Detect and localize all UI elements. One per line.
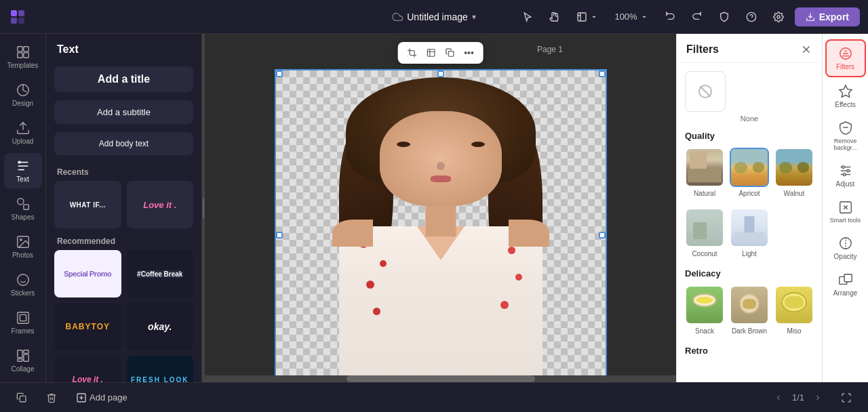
rec-freshlook-card[interactable]: FRESH LOOK — [127, 356, 194, 382]
duplicate-tool-btn[interactable] — [441, 45, 458, 60]
app-logo[interactable] — [8, 7, 27, 26]
prev-page-btn[interactable] — [769, 391, 788, 405]
sidebar-item-stickers[interactable]: Stickers — [4, 267, 42, 302]
rt-arrange[interactable]: Arrange — [825, 267, 866, 302]
photos-label: Photos — [12, 251, 33, 259]
svg-rect-30 — [448, 52, 454, 57]
recent-whatif-card[interactable]: WHAT IF... — [54, 181, 121, 228]
resize-handle-tl[interactable] — [276, 70, 283, 77]
rt-adjust[interactable]: Adjust — [825, 158, 866, 193]
filter-natural-thumb — [685, 148, 724, 187]
resize-handle-tc[interactable] — [437, 70, 444, 77]
redo-btn[interactable] — [686, 9, 708, 25]
rt-smart-tools[interactable]: Smart tools — [825, 194, 866, 229]
crop-tool-btn[interactable] — [403, 45, 420, 60]
shield-icon[interactable] — [713, 9, 735, 25]
add-subtitle-button[interactable]: Add a subtitle — [54, 100, 193, 124]
settings-btn[interactable] — [768, 9, 789, 25]
resize-handle-mr[interactable] — [599, 232, 606, 239]
undo-btn[interactable] — [659, 9, 681, 25]
recent-loveit-card[interactable]: Love it . — [127, 181, 194, 228]
delete-page-btn[interactable] — [41, 390, 62, 406]
rec-loveit2-card[interactable]: Love it . — [54, 356, 121, 382]
text-icon — [16, 159, 31, 173]
topbar: Untitled image ▾ 100% — [0, 0, 868, 34]
help-btn[interactable] — [741, 9, 762, 25]
rt-effects[interactable]: Effects — [825, 79, 866, 114]
add-page-icon — [76, 392, 87, 403]
export-button[interactable]: Export — [795, 7, 860, 26]
sidebar-item-collage[interactable]: Collage — [4, 343, 42, 378]
filter-light[interactable]: Light — [730, 208, 769, 258]
zoom-control[interactable]: 100% — [609, 9, 653, 24]
svg-point-13 — [17, 199, 23, 205]
sidebar-item-upload[interactable]: Upload — [4, 115, 42, 150]
add-title-button[interactable]: Add a title — [54, 66, 193, 92]
filter-none-card[interactable] — [685, 71, 726, 112]
doc-dropdown-arrow[interactable]: ▾ — [472, 12, 476, 22]
collage-label: Collage — [12, 365, 35, 373]
layout-tool-btn[interactable] — [422, 45, 439, 60]
next-page-btn[interactable] — [808, 391, 827, 405]
svg-rect-22 — [17, 350, 22, 358]
sidebar-item-photos[interactable]: Photos — [4, 229, 42, 264]
filter-coconut[interactable]: Coconut — [685, 208, 724, 258]
scrollbar-thumb[interactable] — [347, 375, 535, 382]
hand-tool-btn[interactable] — [544, 9, 566, 25]
canvas-frame[interactable] — [275, 69, 607, 382]
filter-darkbrown[interactable]: Dark Brown — [730, 285, 769, 335]
rt-filters[interactable]: Filters — [825, 39, 866, 77]
filter-light-label: Light — [742, 250, 757, 258]
arrange-tool-icon — [838, 272, 853, 287]
lips — [431, 176, 451, 182]
filters-tool-icon — [838, 46, 853, 61]
filter-miso[interactable]: Miso — [774, 285, 814, 335]
copy-page-icon — [16, 392, 27, 403]
filter-natural[interactable]: Natural — [685, 148, 724, 197]
rt-opacity-label: Opacity — [834, 253, 857, 260]
filter-panel: Filters None Quality — [676, 34, 822, 382]
rt-opacity[interactable]: Opacity — [825, 230, 866, 266]
filter-apricot[interactable]: Apricot — [730, 148, 769, 197]
rt-remove-bg[interactable]: Remove backgr... — [825, 115, 866, 157]
filter-walnut[interactable]: Walnut — [774, 148, 814, 197]
sidebar-item-shapes[interactable]: Shapes — [4, 191, 42, 226]
retro-section-title: Retro — [685, 346, 814, 356]
delicacy-filter-grid: Snack Dark Brown — [685, 285, 814, 335]
copy-page-btn[interactable] — [11, 390, 33, 406]
more-tool-btn[interactable]: ••• — [460, 45, 478, 61]
text-label: Text — [16, 176, 28, 183]
add-page-btn[interactable]: Add page — [71, 390, 133, 406]
canvas-scrollbar[interactable] — [205, 375, 676, 382]
rec-okay-card[interactable]: okay. — [127, 303, 194, 350]
rt-remove-bg-label: Remove backgr... — [829, 138, 862, 151]
sidebar-item-text[interactable]: Text — [4, 153, 42, 188]
resize-handle-tr[interactable] — [599, 70, 606, 77]
sidebar-item-templates[interactable]: Templates — [4, 39, 42, 75]
rec-babytoy-card[interactable]: BABYTOY — [54, 303, 121, 350]
rec-coffeebreak-card[interactable]: #Coffee Break — [127, 250, 194, 297]
filter-walnut-thumb — [774, 148, 814, 187]
adjust-tool-icon — [838, 163, 853, 178]
rec-specialpromo-card[interactable]: Special Promo — [54, 250, 121, 297]
filter-none-label: None — [685, 115, 814, 123]
sidebar-item-design[interactable]: Design — [4, 77, 42, 112]
layout-btn[interactable] — [571, 9, 604, 25]
svg-rect-4 — [578, 13, 586, 21]
filter-body: None Quality Natural — [677, 63, 822, 382]
svg-rect-23 — [23, 350, 28, 354]
recommended-grid: Special Promo #Coffee Break BABYTOY okay… — [46, 250, 201, 382]
filter-snack[interactable]: Snack — [685, 285, 724, 335]
fullscreen-icon — [841, 392, 852, 403]
fullscreen-btn[interactable] — [835, 390, 857, 406]
svg-point-17 — [17, 274, 28, 286]
resize-handle-ml[interactable] — [276, 232, 283, 239]
document-title-area[interactable]: Untitled image ▾ — [387, 9, 481, 25]
filter-close-button[interactable] — [800, 43, 812, 56]
select-tool-btn[interactable] — [517, 9, 538, 25]
add-body-button[interactable]: Add body text — [54, 132, 193, 155]
rec-specialpromo-text: Special Promo — [64, 270, 111, 278]
svg-rect-2 — [11, 18, 17, 24]
svg-rect-3 — [18, 18, 24, 24]
sidebar-item-frames[interactable]: Frames — [4, 305, 42, 340]
